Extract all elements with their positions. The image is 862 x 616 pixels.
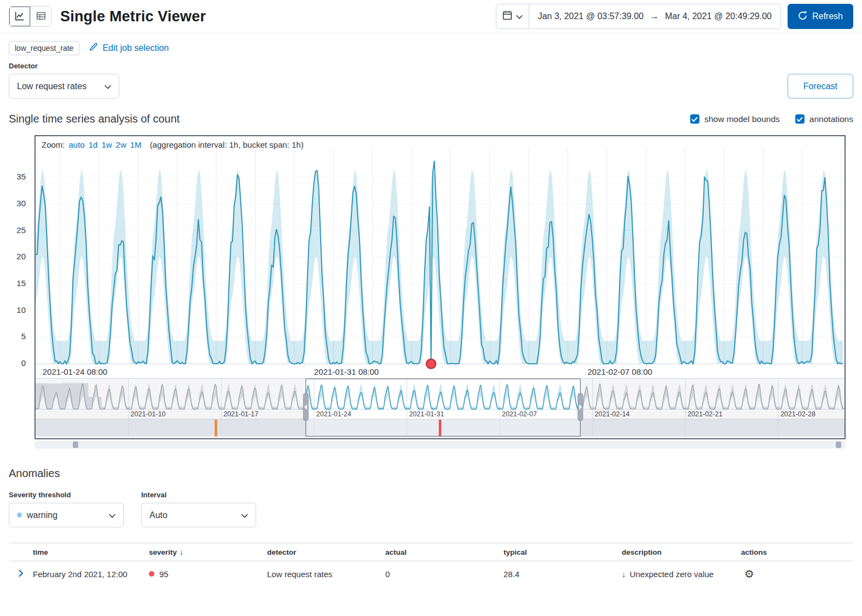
chart-region: 05101520253035 Zoom: auto 1d 1w 2w 1M (a… — [0, 135, 862, 449]
col-actual[interactable]: actual — [385, 548, 504, 556]
date-range-picker[interactable]: Jan 3, 2021 @ 03:57:39.00 → Mar 4, 2021 … — [496, 4, 781, 29]
interval-select[interactable]: Auto — [141, 503, 256, 527]
sort-desc-icon: ↓ — [180, 548, 183, 556]
show-model-bounds-checkbox[interactable]: show model bounds — [690, 114, 780, 124]
detector-label: Detector — [9, 62, 119, 70]
severity-threshold-select[interactable]: warning — [9, 503, 124, 527]
checkbox-checked-icon — [795, 114, 805, 124]
detector-row: Detector Low request rates Forecast — [0, 57, 862, 98]
detector-select[interactable]: Low request rates — [9, 74, 119, 98]
warning-severity-dot-icon — [17, 513, 22, 518]
refresh-button[interactable]: Refresh — [788, 4, 853, 29]
zoom-1w-link[interactable]: 1w — [101, 140, 112, 149]
aggregation-note: (aggregation interval: 1h, bucket span: … — [150, 140, 304, 149]
forecast-button[interactable]: Forecast — [788, 74, 853, 98]
col-severity[interactable]: severity ↓ — [149, 548, 267, 556]
job-bar: low_request_rate Edit job selection — [0, 33, 862, 57]
svg-text:2021-01-24 08:00: 2021-01-24 08:00 — [43, 367, 107, 376]
y-axis-labels: 05101520253035 — [0, 135, 34, 449]
anomaly-detector: Low request rates — [267, 569, 385, 579]
interval-value: Auto — [149, 510, 167, 520]
chevron-down-icon — [516, 11, 523, 21]
refresh-label: Refresh — [812, 11, 843, 21]
refresh-icon — [798, 11, 807, 22]
header: Single Metric Viewer Jan 3, 2021 @ 03:57… — [0, 0, 862, 33]
time-range-end[interactable]: Mar 4, 2021 @ 20:49:29.00 — [665, 11, 772, 21]
zoom-2w-link[interactable]: 2w — [116, 140, 126, 149]
svg-text:2021-02-07 08:00: 2021-02-07 08:00 — [587, 367, 652, 376]
svg-text:2021-01-31 08:00: 2021-01-31 08:00 — [314, 367, 379, 376]
chart-scrollbar[interactable] — [34, 441, 846, 449]
chart-view-button[interactable] — [9, 7, 30, 26]
interval-label: Interval — [141, 491, 256, 499]
zoom-label: Zoom: — [42, 140, 65, 149]
col-time[interactable]: time — [33, 548, 149, 556]
scrollbar-right-handle[interactable] — [836, 441, 841, 448]
line-chart-icon — [15, 11, 25, 22]
col-typical[interactable]: typical — [504, 548, 622, 556]
edit-job-selection-link[interactable]: Edit job selection — [89, 43, 169, 54]
severity-threshold-value: warning — [27, 510, 57, 520]
main-chart-svg[interactable]: 2021-01-24 08:002021-01-31 08:002021-02-… — [36, 136, 844, 378]
svg-text:2021-01-31: 2021-01-31 — [409, 410, 444, 418]
col-description[interactable]: description — [622, 548, 741, 556]
anomalies-section: Anomalies Severity threshold warning Int… — [0, 449, 862, 586]
zoom-1M-link[interactable]: 1M — [130, 140, 142, 149]
edit-job-selection-label: Edit job selection — [102, 43, 169, 53]
svg-text:2021-02-07: 2021-02-07 — [502, 410, 537, 418]
chevron-down-icon — [241, 510, 248, 520]
date-picker-controls[interactable] — [496, 4, 529, 28]
anomalies-table: time severity ↓ detector actual typical … — [9, 543, 853, 586]
anomaly-description: ↓ Unexpected zero value — [622, 569, 741, 579]
timeseries-chart[interactable]: Zoom: auto 1d 1w 2w 1M (aggregation inte… — [34, 135, 846, 439]
table-icon — [36, 11, 46, 22]
show-model-bounds-label: show model bounds — [704, 114, 780, 124]
checkbox-checked-icon — [690, 114, 699, 124]
detector-selected-value: Low request rates — [17, 82, 86, 91]
col-actions: actions — [741, 548, 853, 556]
series-title: Single time series analysis of count — [9, 113, 180, 125]
job-badge: low_request_rate — [9, 41, 79, 55]
anomaly-severity: 95 — [149, 569, 267, 579]
anomaly-actual: 0 — [385, 569, 504, 579]
table-view-button[interactable] — [30, 7, 51, 26]
svg-text:2021-01-24: 2021-01-24 — [316, 410, 351, 418]
annotations-label: annotations — [809, 114, 853, 124]
context-chart-svg[interactable]: 2021-01-102021-01-172021-01-242021-01-31… — [36, 378, 844, 438]
col-detector[interactable]: detector — [267, 548, 385, 556]
expand-row-button[interactable] — [17, 569, 25, 579]
anomaly-time: February 2nd 2021, 12:00 — [33, 569, 149, 579]
calendar-icon — [502, 10, 512, 22]
annotations-checkbox[interactable]: annotations — [795, 114, 853, 124]
arrow-right-icon: → — [650, 11, 659, 22]
critical-severity-dot-icon — [149, 571, 154, 577]
table-row: February 2nd 2021, 12:00 95 Low request … — [9, 561, 853, 586]
pencil-icon — [89, 43, 98, 54]
row-actions-gear-button[interactable]: ⚙ — [741, 567, 757, 580]
severity-threshold-label: Severity threshold — [9, 491, 124, 499]
scrollbar-left-handle[interactable] — [73, 441, 78, 448]
arrow-down-icon: ↓ — [622, 569, 626, 579]
table-header-row: time severity ↓ detector actual typical … — [9, 543, 853, 561]
view-toggle — [9, 6, 51, 27]
time-range-start[interactable]: Jan 3, 2021 @ 03:57:39.00 — [538, 11, 644, 21]
chevron-down-icon — [109, 510, 115, 520]
zoom-bar: Zoom: auto 1d 1w 2w 1M (aggregation inte… — [42, 140, 304, 149]
chevron-right-icon — [17, 571, 25, 579]
anomaly-typical: 28.4 — [504, 569, 622, 579]
zoom-auto-link[interactable]: auto — [69, 140, 85, 149]
series-header: Single time series analysis of count sho… — [0, 98, 862, 131]
anomalies-title: Anomalies — [9, 467, 853, 480]
zoom-1d-link[interactable]: 1d — [89, 140, 98, 149]
page-title: Single Metric Viewer — [60, 8, 206, 25]
chevron-down-icon — [105, 82, 111, 91]
